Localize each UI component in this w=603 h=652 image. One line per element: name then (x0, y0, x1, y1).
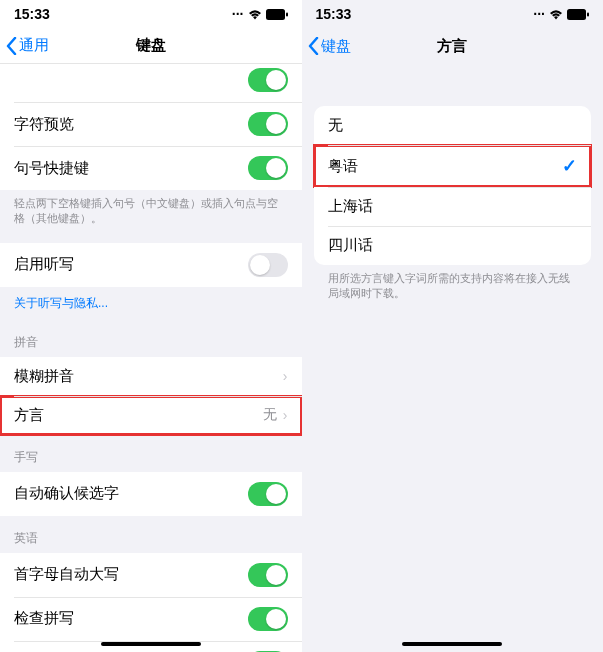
status-time: 15:33 (316, 6, 352, 22)
cell-partial[interactable] (0, 64, 302, 102)
chevron-left-icon (6, 37, 17, 55)
switch-toggle[interactable] (248, 253, 288, 277)
switch-toggle[interactable] (248, 112, 288, 136)
chevron-right-icon: › (283, 368, 288, 384)
svg-rect-0 (266, 9, 285, 20)
footer-text: 用所选方言键入字词所需的支持内容将在接入无线局域网时下载。 (314, 265, 592, 308)
cell-label: 字符预览 (14, 115, 74, 134)
status-indicators: ··· (232, 6, 288, 22)
checkmark-icon: ✓ (562, 155, 577, 177)
cell-check-spelling[interactable]: 检查拼写 (0, 597, 302, 641)
switch-toggle[interactable] (248, 607, 288, 631)
svg-rect-2 (567, 9, 586, 20)
battery-icon (266, 9, 288, 20)
option-shanghainese[interactable]: 上海话 (314, 187, 592, 226)
cell-fuzzy-pinyin[interactable]: 模糊拼音 › (0, 357, 302, 396)
option-label: 上海话 (328, 197, 373, 216)
privacy-link[interactable]: 关于听写与隐私... (0, 287, 302, 320)
option-none[interactable]: 无 (314, 106, 592, 145)
nav-title: 键盘 (136, 36, 166, 55)
cell-label: 启用听写 (14, 255, 74, 274)
switch-toggle[interactable] (248, 563, 288, 587)
status-bar: 15:33 ··· (0, 0, 302, 28)
cell-label: 方言 (14, 406, 44, 425)
wifi-icon (248, 9, 262, 20)
option-label: 四川话 (328, 236, 373, 255)
nav-title: 方言 (437, 37, 467, 56)
cell-label: 检查拼写 (14, 609, 74, 628)
nav-bar: 通用 键盘 (0, 28, 302, 64)
back-button[interactable]: 键盘 (308, 37, 351, 56)
switch-toggle[interactable] (248, 156, 288, 180)
cell-label: 模糊拼音 (14, 367, 74, 386)
back-label: 键盘 (321, 37, 351, 56)
home-indicator[interactable] (101, 642, 201, 646)
nav-bar: 键盘 方言 (302, 28, 604, 64)
battery-icon (567, 9, 589, 20)
cell-value: 无 (263, 406, 277, 424)
option-sichuanese[interactable]: 四川话 (314, 226, 592, 265)
switch-toggle[interactable] (248, 68, 288, 92)
cell-period-shortcut[interactable]: 句号快捷键 (0, 146, 302, 190)
cell-label: 句号快捷键 (14, 159, 89, 178)
cellular-icon: ··· (232, 6, 244, 22)
option-label: 粤语 (328, 157, 358, 176)
section-header-english: 英语 (0, 516, 302, 553)
cell-char-preview[interactable]: 字符预览 (0, 102, 302, 146)
cell-label: 首字母自动大写 (14, 565, 119, 584)
cell-auto-confirm[interactable]: 自动确认候选字 (0, 472, 302, 516)
status-time: 15:33 (14, 6, 50, 22)
section-header-pinyin: 拼音 (0, 320, 302, 357)
home-indicator[interactable] (402, 642, 502, 646)
svg-rect-3 (587, 12, 589, 16)
back-button[interactable]: 通用 (6, 36, 49, 55)
status-bar: 15:33 ··· (302, 0, 604, 28)
option-cantonese[interactable]: 粤语 ✓ (314, 145, 592, 187)
chevron-right-icon: › (283, 407, 288, 423)
status-indicators: ··· (533, 6, 589, 22)
footer-text: 轻点两下空格键插入句号（中文键盘）或插入句点与空格（其他键盘）。 (0, 190, 302, 233)
section-header-handwriting: 手写 (0, 435, 302, 472)
cell-dictation[interactable]: 启用听写 (0, 243, 302, 287)
cellular-icon: ··· (533, 6, 545, 22)
cell-label: 自动确认候选字 (14, 484, 119, 503)
svg-rect-1 (286, 12, 288, 16)
switch-toggle[interactable] (248, 482, 288, 506)
cell-auto-cap[interactable]: 首字母自动大写 (0, 553, 302, 597)
chevron-left-icon (308, 37, 319, 55)
wifi-icon (549, 9, 563, 20)
back-label: 通用 (19, 36, 49, 55)
option-label: 无 (328, 116, 343, 135)
cell-dialect[interactable]: 方言 无 › (0, 396, 302, 435)
